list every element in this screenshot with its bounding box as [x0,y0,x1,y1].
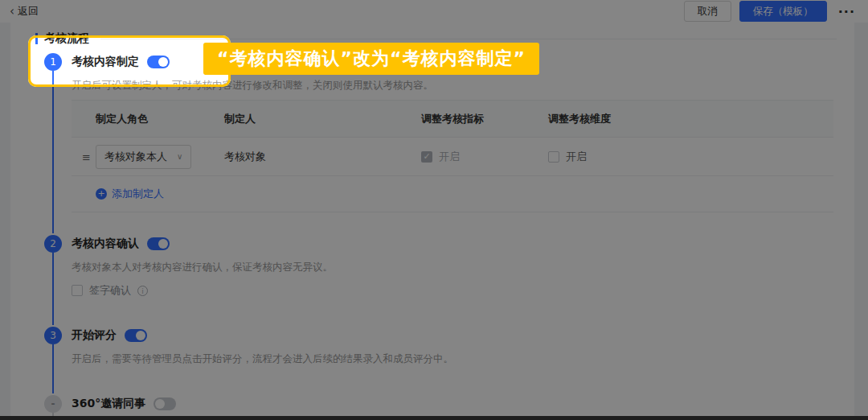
back-button[interactable]: ‹ 返回 [10,4,39,19]
step3-description: 开启后，需要等待管理员点击开始评分，流程才会进入后续的结果录入和成员评分中。 [72,352,837,366]
toggle-knob [158,57,168,67]
step4-title: 360°邀请同事 [72,397,145,411]
step3-number-badge: 3 [44,327,62,344]
role-select[interactable]: 考核对象本人 ∨ [96,145,191,169]
table-row: ≡ 考核对象本人 ∨ 考核对象 ✓ [72,138,833,176]
adjust-dimension-checkbox-wrap: 开启 [548,150,587,164]
bottom-edge-strip [0,416,868,420]
step1-toggle[interactable] [147,56,170,68]
dimension-checkbox-unchecked[interactable] [548,151,559,163]
step1-rail: 1 [44,51,62,233]
signature-confirm-row: 签字确认 i [72,283,837,298]
step3-toggle[interactable] [125,329,147,342]
toggle-knob [155,399,165,409]
info-icon[interactable]: i [137,286,148,296]
header-maker: 制定人 [224,112,256,126]
cancel-button[interactable]: 取消 [684,1,731,23]
step2-toggle[interactable] [147,237,170,250]
add-formulator-button[interactable]: + 添加制定人 [96,187,164,201]
step2-connector [52,253,54,325]
save-template-button[interactable]: 保存（模板） [739,1,827,23]
table-add-row: + 添加制定人 [72,176,833,212]
step3-title: 开始评分 [72,328,117,343]
signature-checkbox-unchecked[interactable] [72,285,83,296]
dimension-checkbox-label: 开启 [566,150,587,164]
step1-number-badge: 1 [44,53,62,71]
indicator-checkbox-checked[interactable]: ✓ [421,151,432,163]
step-content-formulation: 1 考核内容制定 开启后可设置制定人，可对考核内容进行修改和调整，关闭则使用默认… [35,51,837,233]
topbar-actions: 取消 保存（模板） ··· [684,1,858,23]
step-content-confirmation: 2 考核内容确认 考核对象本人对考核内容进行确认，保证考核内容无异议。 签字确认… [35,233,837,325]
more-menu-button[interactable]: ··· [835,4,858,19]
section-divider [100,39,837,39]
step2-title: 考核内容确认 [72,237,139,251]
drag-handle-icon[interactable]: ≡ [82,150,91,163]
toggle-knob [158,239,168,249]
chevron-down-icon: ∨ [177,152,182,161]
guide-annotation-banner: “考核内容确认”改为“考核内容制定” [203,43,539,75]
section-accent-bar [35,33,38,44]
back-chevron-icon: ‹ [10,6,14,18]
add-formulator-label: 添加制定人 [112,187,164,201]
guide-annotation-text: “考核内容确认”改为“考核内容制定” [217,47,526,71]
step2-description: 考核对象本人对考核内容进行确认，保证考核内容无异议。 [72,260,837,274]
step2-rail: 2 [44,233,62,325]
step1-connector [52,71,54,233]
steps-list: 1 考核内容制定 开启后可设置制定人，可对考核内容进行修改和调整，关闭则使用默认… [35,51,837,420]
step3-connector [52,344,54,393]
signature-checkbox-label: 签字确认 [89,283,131,298]
step1-title: 考核内容制定 [72,55,139,69]
toggle-knob [136,331,145,340]
formulator-table: 制定人角色 制定人 调整考核指标 调整考核维度 ≡ 考核对象本人 ∨ [72,100,833,212]
table-header-row: 制定人角色 制定人 调整考核指标 调整考核维度 [72,101,833,138]
role-select-value: 考核对象本人 [104,150,167,164]
header-adjust-indicator: 调整考核指标 [421,112,484,126]
plus-circle-icon: + [96,188,107,200]
step4-toggle[interactable] [154,397,176,410]
assessment-flow-card: 考核流程 1 考核内容制定 开启后可设置制定人，可对考核内容进行修改和调整，关闭… [10,23,854,420]
step3-rail: 3 [44,325,62,393]
back-label: 返回 [18,4,39,19]
indicator-checkbox-label: 开启 [439,150,460,164]
header-role: 制定人角色 [96,112,148,126]
section-title: 考核流程 [44,31,89,46]
topbar: ‹ 返回 取消 保存（模板） ··· [0,0,868,23]
step4-number-badge: - [44,395,62,413]
step-start-scoring: 3 开始评分 开启后，需要等待管理员点击开始评分，流程才会进入后续的结果录入和成… [35,325,837,393]
maker-value: 考核对象 [224,150,266,164]
step2-number-badge: 2 [44,235,62,253]
header-adjust-dimension: 调整考核维度 [548,112,611,126]
adjust-indicator-checkbox-wrap: ✓ 开启 [421,150,460,164]
step1-description: 开启后可设置制定人，可对考核内容进行修改和调整，关闭则使用默认考核内容。 [72,78,837,93]
screen: ‹ 返回 取消 保存（模板） ··· 考核流程 1 考核内 [0,0,868,420]
